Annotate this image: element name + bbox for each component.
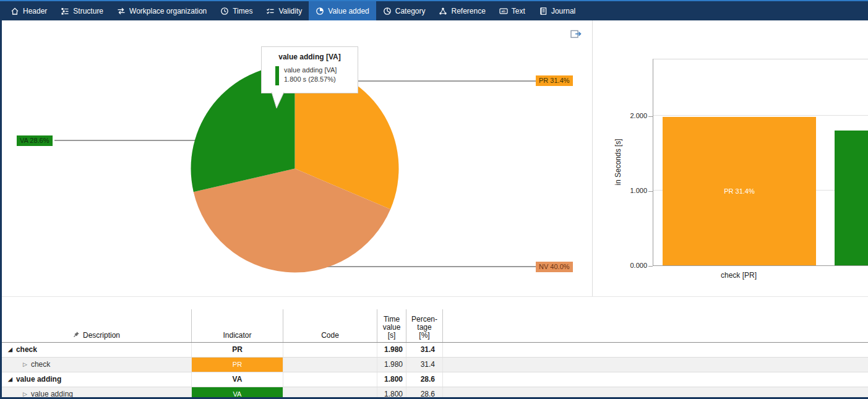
tooltip-value: 1.800 s (28.57%)	[284, 75, 337, 84]
window-left-border	[0, 20, 2, 399]
pie-callout-nv: NV 40.0%	[536, 262, 573, 272]
collapse-expanded-icon[interactable]: ◢	[8, 343, 12, 357]
bar-check--pr-[interactable]: PR 31.4%	[663, 117, 816, 265]
tab-header[interactable]: Header	[4, 1, 54, 20]
tab-value-added[interactable]: Value added	[309, 1, 376, 20]
tab-label: Journal	[551, 7, 575, 15]
tab-label: Category	[395, 7, 426, 15]
y-tick-label: 0.000	[615, 262, 647, 270]
tooltip-series-swatch	[275, 66, 279, 85]
abc-text-icon: ab	[499, 7, 508, 15]
pie-chart-panel: PR 31.4% VA 28.6% NV 40.0% value adding …	[2, 20, 592, 296]
column-header-filler	[443, 309, 868, 342]
pie-segment-icon	[316, 7, 324, 15]
expand-collapsed-icon[interactable]: ▷	[23, 358, 27, 372]
bar-chart-panel: in Seconds [s] 2.000 1.000 0.000 PR 31.4…	[593, 20, 868, 296]
tab-label: Workplace organization	[129, 7, 207, 15]
pie-chart-icon	[383, 7, 392, 15]
tab-workplace-organization[interactable]: Workplace organization	[110, 1, 213, 20]
tab-validity[interactable]: Validity	[259, 1, 309, 20]
tab-label: Value added	[328, 7, 369, 15]
bar-plot-area: PR 31.4%VA 28.6%	[653, 59, 868, 266]
nodes-network-icon	[439, 7, 447, 15]
tab-label: Reference	[451, 7, 485, 15]
tooltip-title: value adding [VA]	[262, 47, 358, 66]
column-header-time-value[interactable]: Time value [s]	[377, 309, 406, 342]
clock-icon	[220, 7, 229, 15]
bar-value-adding--va-[interactable]: VA 28.6%	[835, 131, 868, 265]
column-header-indicator[interactable]: Indicator	[192, 309, 283, 342]
pie-callout-pr: PR 31.4%	[536, 75, 573, 86]
journal-book-icon	[539, 7, 548, 15]
checklist-icon	[266, 7, 275, 15]
column-header-description[interactable]: Description	[2, 309, 192, 342]
tooltip-pointer	[270, 92, 286, 109]
tab-label: Structure	[73, 7, 103, 15]
bar-value-label: PR 31.4%	[724, 187, 755, 195]
structure-tree-icon	[61, 7, 69, 15]
tab-label: Header	[23, 7, 47, 15]
value-added-table: Description Indicator Code Time value [s…	[2, 297, 868, 397]
gridline-2	[653, 115, 868, 116]
y-tick-label: 1.000	[615, 187, 647, 195]
y-tick-mark	[648, 116, 653, 117]
top-nav-bar: Header Structure Workplace organization …	[0, 0, 868, 20]
swap-arrows-icon	[117, 7, 126, 15]
indicator-badge-pr: PR	[192, 358, 283, 372]
table-row-check-detail[interactable]: ▷check PR 1.980 31.4	[2, 358, 868, 372]
tab-category[interactable]: Category	[376, 1, 432, 20]
tab-reference[interactable]: Reference	[432, 1, 492, 20]
tab-journal[interactable]: Journal	[532, 1, 582, 20]
table-row-value-adding-group[interactable]: ◢value adding VA 1.800 28.6	[2, 372, 868, 387]
tab-times[interactable]: Times	[213, 1, 259, 20]
export-icon[interactable]	[570, 28, 582, 40]
pie-tooltip: value adding [VA] value adding [VA] 1.80…	[261, 46, 358, 93]
tooltip-series-label: value adding [VA]	[284, 66, 337, 75]
tab-label: Times	[233, 7, 252, 15]
y-axis-title: in Seconds [s]	[614, 113, 624, 212]
x-category-label: check [PR]	[662, 271, 815, 280]
tab-label: Validity	[278, 7, 302, 15]
collapse-expanded-icon[interactable]: ◢	[8, 372, 12, 387]
tab-label: Text	[512, 7, 525, 15]
table-header: Description Indicator Code Time value [s…	[2, 309, 868, 343]
y-tick-label: 2.000	[615, 112, 647, 120]
tab-structure[interactable]: Structure	[54, 1, 110, 20]
y-tick-mark	[648, 191, 653, 192]
column-header-percentage[interactable]: Percen- tage [%]	[406, 309, 443, 342]
tab-text[interactable]: ab Text	[492, 1, 532, 20]
y-tick-mark	[648, 266, 653, 267]
home-icon	[11, 7, 19, 15]
table-row-check-group[interactable]: ◢check PR 1.980 31.4	[2, 343, 868, 358]
svg-text:ab: ab	[501, 9, 505, 13]
pie-callout-va: VA 28.6%	[17, 135, 53, 146]
pin-icon	[73, 331, 80, 340]
column-header-code[interactable]: Code	[283, 309, 377, 342]
